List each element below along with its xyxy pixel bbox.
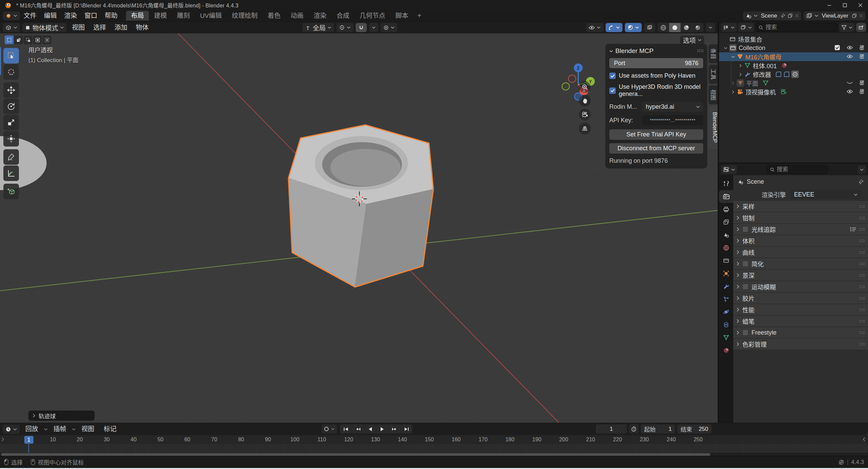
outliner-row-modifiers[interactable]: 修改器 xyxy=(719,70,868,79)
tab-modeling[interactable]: 建模 xyxy=(149,11,172,21)
add-cube-tool[interactable] xyxy=(3,184,19,199)
viewlayer-selector[interactable]: ViewLayer xyxy=(804,11,865,20)
move-tool[interactable] xyxy=(3,82,19,98)
breadcrumb-scene[interactable]: Scene xyxy=(747,178,764,185)
panel-color-management[interactable]: 色彩管理 xyxy=(733,339,868,349)
start-frame-field[interactable]: 起始1 xyxy=(641,424,675,434)
menu-window[interactable]: 窗口 xyxy=(81,11,101,21)
render-engine-dropdown[interactable]: EEVEE xyxy=(791,190,861,199)
pin-icon[interactable] xyxy=(858,179,864,185)
tab-output-properties[interactable] xyxy=(719,203,733,216)
tab-physics-properties[interactable] xyxy=(719,306,733,318)
snap-settings-dropdown[interactable] xyxy=(369,23,378,32)
outliner-filter-button[interactable] xyxy=(839,23,854,32)
timeline-menu-marker[interactable]: 标记 xyxy=(100,424,120,434)
tab-particle-properties[interactable] xyxy=(719,293,733,306)
chevron-right-icon[interactable] xyxy=(732,81,734,85)
tab-data-properties[interactable] xyxy=(719,331,733,344)
ruler-collapse-icon[interactable] xyxy=(863,437,865,441)
remove-viewlayer-icon[interactable] xyxy=(859,14,863,18)
list-icon[interactable] xyxy=(850,227,856,232)
tab-compositing[interactable]: 合成 xyxy=(332,11,355,21)
chevron-down-icon[interactable] xyxy=(731,56,735,58)
chevron-right-icon[interactable] xyxy=(739,73,742,76)
panel-performance[interactable]: 性能 xyxy=(733,304,868,315)
timeline-menu-keying[interactable]: 插帧 xyxy=(50,424,70,434)
3d-viewport[interactable]: 物体模式 视图 选择 添加 物体 全局 xyxy=(0,22,718,423)
maximize-button[interactable] xyxy=(837,0,852,10)
tab-scene-properties[interactable] xyxy=(719,229,733,241)
transform-orientation-dropdown[interactable]: 全局 xyxy=(302,23,334,32)
gizmos-toggle[interactable] xyxy=(606,23,622,32)
scene-selector[interactable]: Scene xyxy=(743,11,801,20)
menu-edit[interactable]: 编辑 xyxy=(40,11,60,21)
tab-tool-properties[interactable] xyxy=(719,177,733,190)
proportional-edit-dropdown[interactable] xyxy=(381,23,397,32)
panel-sampling[interactable]: 采样 xyxy=(733,201,868,212)
tab-viewlayer-properties[interactable] xyxy=(719,216,733,229)
add-workspace-button[interactable]: + xyxy=(413,12,426,20)
shading-rendered-button[interactable] xyxy=(692,23,704,32)
viewport-menu-select[interactable]: 选择 xyxy=(90,23,109,32)
play-reverse-button[interactable] xyxy=(364,424,376,434)
poly-haven-checkbox[interactable]: Use assets from Poly Haven xyxy=(609,72,703,79)
disable-render-camera-icon[interactable] xyxy=(859,88,865,95)
tool-options-button[interactable]: 选项 xyxy=(680,35,704,45)
toggle-ortho-button[interactable] xyxy=(579,123,591,134)
menu-help[interactable]: 帮助 xyxy=(101,11,121,21)
outliner-row-plane[interactable]: 平面 xyxy=(719,79,868,87)
operator-redo-panel[interactable]: 轨迹球 xyxy=(28,411,95,421)
jump-to-end-button[interactable] xyxy=(401,424,412,434)
tab-geometry-nodes[interactable]: 几何节点 xyxy=(355,11,390,21)
tab-texture-paint[interactable]: 纹理绘制 xyxy=(227,11,263,21)
viewport-menu-view[interactable]: 视图 xyxy=(69,23,88,32)
measure-tool[interactable] xyxy=(3,165,19,181)
sidebar-tab-tool[interactable]: 工具 xyxy=(708,64,718,84)
panel-checkbox[interactable] xyxy=(742,284,748,290)
panel-clamping[interactable]: 钳制 xyxy=(733,212,868,223)
shading-dropdown[interactable] xyxy=(706,23,715,32)
tab-object-properties[interactable] xyxy=(719,267,733,280)
tab-shading[interactable]: 着色 xyxy=(263,11,286,21)
editor-type-button[interactable] xyxy=(3,23,20,32)
axis-neg-y-ball[interactable] xyxy=(562,83,569,90)
pan-button[interactable] xyxy=(579,95,591,107)
tab-scripting[interactable]: 脚本 xyxy=(390,11,413,21)
zoom-button[interactable] xyxy=(579,81,591,93)
hide-eye-icon[interactable] xyxy=(846,53,853,59)
tab-material-properties[interactable] xyxy=(719,344,733,357)
select-box-tool[interactable] xyxy=(3,48,19,63)
scrollbar-handle[interactable] xyxy=(1,453,710,456)
hyper3d-checkbox[interactable]: Use Hyper3D Rodin 3D model genera... xyxy=(609,83,703,98)
sidebar-tab-blendermcp[interactable]: BlenderMCP xyxy=(708,106,718,149)
port-field[interactable]: Port9876 xyxy=(609,58,703,68)
shading-wireframe-button[interactable] xyxy=(658,23,669,32)
use-preview-range-button[interactable] xyxy=(629,424,639,434)
tab-constraint-properties[interactable] xyxy=(719,318,733,331)
outliner-search[interactable] xyxy=(756,23,838,32)
pivot-point-dropdown[interactable] xyxy=(336,23,353,32)
scale-tool[interactable] xyxy=(3,115,19,130)
disable-render-camera-icon[interactable] xyxy=(859,45,865,51)
timeline-sidebar-toggle-icon[interactable] xyxy=(1,437,4,441)
select-mode-extend-button[interactable] xyxy=(14,35,23,44)
new-collection-button[interactable] xyxy=(856,23,866,32)
mode-dropdown[interactable]: 物体模式 xyxy=(22,23,67,32)
outliner-row-m16-nut[interactable]: M16六角螺母 xyxy=(719,52,868,61)
overlays-toggle[interactable] xyxy=(625,23,642,32)
chevron-down-icon[interactable] xyxy=(724,47,727,49)
tab-uv-editing[interactable]: UV编辑 xyxy=(195,11,227,21)
tab-world-properties[interactable] xyxy=(719,241,733,254)
outliner-row-top-camera[interactable]: 顶视摄像机 xyxy=(719,87,868,96)
select-mode-invert-button[interactable] xyxy=(33,35,42,44)
disable-render-camera-icon[interactable] xyxy=(859,53,865,59)
outliner-row-cylinder-data[interactable]: 柱体.001 xyxy=(719,61,868,70)
disconnect-button[interactable]: Disconnect from MCP server xyxy=(609,143,703,154)
properties-search-input[interactable] xyxy=(777,166,825,173)
sidebar-tab-item[interactable]: 条目 xyxy=(708,44,718,63)
playhead-line[interactable] xyxy=(28,444,29,453)
rodin-mode-dropdown[interactable]: hyper3d.ai xyxy=(642,102,703,112)
hex-nut-object[interactable] xyxy=(0,125,433,287)
panel-curves[interactable]: 曲线 xyxy=(733,247,868,258)
snap-toggle[interactable] xyxy=(356,23,367,32)
